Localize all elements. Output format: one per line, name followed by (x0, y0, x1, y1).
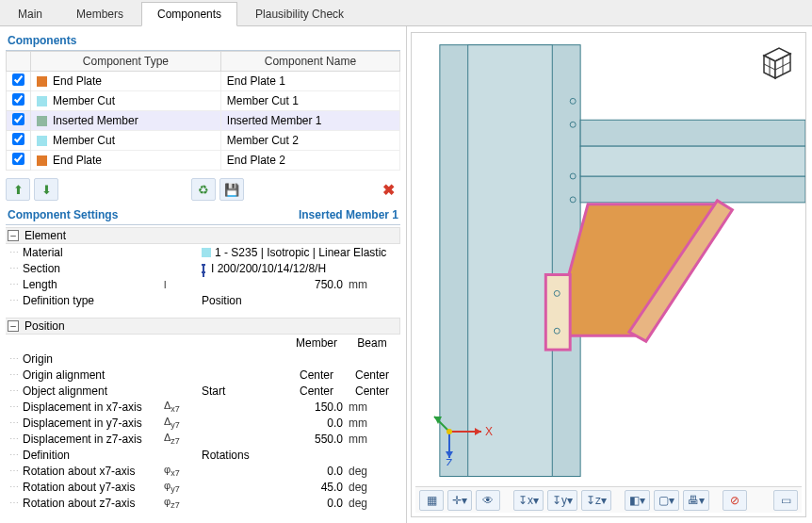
group-element[interactable]: – Element (6, 227, 400, 244)
prop-length[interactable]: ⋯ Length l 750.0 mm (6, 276, 400, 292)
view-shade-button[interactable]: ◧▾ (625, 490, 650, 511)
arrow-up-icon: ⬆ (13, 183, 24, 197)
row-check[interactable] (12, 74, 24, 86)
view-wire-button[interactable]: ▢▾ (654, 490, 679, 511)
color-swatch (37, 136, 47, 146)
print-icon: 🖶▾ (688, 494, 705, 507)
color-swatch (37, 155, 47, 166)
view-y-button[interactable]: ↧y▾ (547, 490, 577, 511)
prop-rot-x[interactable]: ⋯ Rotation about x7-axis φx7 0.0 deg (6, 463, 400, 479)
tab-main[interactable]: Main (2, 2, 58, 25)
prop-disp-y[interactable]: ⋯ Displacement in y7-axis Δy7 0.0 mm (6, 415, 400, 431)
row-name: End Plate 1 (220, 72, 399, 91)
table-row[interactable]: Member Cut Member Cut 2 (7, 131, 400, 151)
group-position[interactable]: – Position (6, 318, 400, 335)
svg-rect-10 (580, 176, 805, 203)
svg-rect-11 (580, 146, 805, 176)
cube-shade-icon: ◧▾ (629, 494, 645, 507)
position-subheader: Member Beam (6, 335, 400, 351)
components-toolbar: ⬆ ⬇ ♻ 💾 ✖ (6, 171, 400, 206)
row-name: Inserted Member 1 (220, 111, 399, 131)
prop-definition[interactable]: ⋯ Definition Rotations (6, 447, 400, 463)
prop-rot-z[interactable]: ⋯ Rotation about z7-axis φz7 0.0 deg (6, 495, 400, 511)
table-row[interactable]: End Plate End Plate 1 (7, 72, 400, 91)
collapse-icon[interactable]: – (8, 320, 19, 332)
settings-subject: Inserted Member 1 (299, 208, 398, 221)
row-check[interactable] (12, 113, 24, 125)
delete-button[interactable]: ✖ (376, 178, 400, 201)
maximize-icon: ▭ (781, 494, 791, 507)
viewport-toolbar: ▦ ✛▾ 👁 ↧x▾ ↧y▾ ↧z▾ ◧▾ ▢▾ 🖶▾ ⊘ ▭ (415, 486, 802, 513)
material-swatch-icon (202, 248, 211, 257)
table-row[interactable]: End Plate End Plate 2 (7, 151, 400, 171)
col-name[interactable]: Component Name (220, 52, 399, 72)
tab-members[interactable]: Members (60, 2, 139, 25)
color-swatch (37, 76, 47, 87)
table-row[interactable]: Member Cut Member Cut 1 (7, 91, 400, 111)
model-viewport[interactable]: X Z ▦ ✛▾ 👁 ↧x▾ ↧y▾ ↧z▾ ◧▾ ▢▾ 🖶▾ ⊘ ▭ (411, 32, 806, 517)
row-type: Member Cut (53, 134, 115, 147)
property-tree: – Element ⋯ Material 1 - S235 | Isotropi… (6, 227, 400, 511)
axis-z-icon: ↧z▾ (586, 494, 607, 507)
row-name: Member Cut 2 (220, 131, 399, 151)
settings-header: Component Settings Inserted Member 1 (6, 206, 400, 225)
prop-origin-alignment[interactable]: ⋯ Origin alignment Center Center (6, 367, 400, 383)
prop-origin[interactable]: ⋯ Origin (6, 351, 400, 367)
close-icon: ✖ (382, 181, 395, 199)
left-pane: Components Component Type Component Name… (0, 26, 407, 523)
save-button[interactable]: 💾 (219, 178, 244, 201)
group-label: Position (24, 319, 65, 333)
prop-disp-z[interactable]: ⋯ Displacement in z7-axis Δz7 550.0 mm (6, 431, 400, 447)
row-check[interactable] (12, 133, 24, 145)
prop-material[interactable]: ⋯ Material 1 - S235 | Isotropic | Linear… (6, 244, 400, 260)
cube-wire-icon: ▢▾ (658, 494, 674, 507)
row-name: Member Cut 1 (220, 91, 399, 111)
svg-rect-8 (468, 45, 553, 477)
prop-section[interactable]: ⋯ Section I 200/200/10/14/12/8/H (6, 260, 400, 276)
row-type: End Plate (53, 154, 102, 167)
row-type: Member Cut (53, 94, 115, 107)
view-cube-icon[interactable] (755, 42, 796, 84)
row-type: Inserted Member (53, 114, 138, 127)
move-up-button[interactable]: ⬆ (6, 178, 30, 201)
row-type: End Plate (53, 74, 102, 88)
row-name: End Plate 2 (220, 151, 399, 171)
prop-rot-y[interactable]: ⋯ Rotation about y7-axis φy7 45.0 deg (6, 479, 400, 495)
view-tool-1[interactable]: ▦ (419, 490, 444, 511)
prop-deftype[interactable]: ⋯ Definition type Position (6, 292, 400, 308)
view-x-button[interactable]: ↧x▾ (513, 490, 544, 511)
section-profile-icon (202, 264, 205, 273)
tab-plausibility[interactable]: Plausibility Check (239, 2, 360, 25)
table-row[interactable]: Inserted Member Inserted Member 1 (7, 111, 400, 131)
col-type[interactable]: Component Type (31, 52, 221, 72)
components-table: Component Type Component Name End Plate … (6, 51, 400, 171)
print-button[interactable]: 🖶▾ (683, 490, 709, 511)
settings-title: Component Settings (8, 208, 118, 221)
maximize-button[interactable]: ▭ (773, 490, 798, 511)
svg-rect-18 (545, 275, 570, 351)
color-swatch (37, 116, 47, 126)
group-label: Element (24, 229, 66, 242)
row-check[interactable] (12, 93, 24, 106)
view-tool-2[interactable]: ✛▾ (447, 490, 472, 511)
model-render (412, 33, 805, 516)
prop-object-alignment[interactable]: ⋯ Object alignment Start Center Center (6, 383, 400, 399)
move-down-button[interactable]: ⬇ (34, 178, 58, 201)
row-check[interactable] (12, 153, 24, 165)
tab-components[interactable]: Components (141, 2, 237, 26)
view-z-button[interactable]: ↧z▾ (581, 490, 611, 511)
axes-icon: ✛▾ (452, 494, 467, 507)
eye-icon: 👁 (482, 494, 494, 507)
arrow-down-icon: ⬇ (41, 183, 52, 197)
view-tool-3[interactable]: 👁 (476, 490, 500, 511)
svg-rect-9 (580, 120, 805, 146)
axis-y-icon: ↧y▾ (552, 494, 573, 507)
color-swatch (37, 96, 47, 106)
grid-icon: ▦ (427, 494, 437, 507)
collapse-icon[interactable]: – (8, 230, 19, 241)
view-reset-button[interactable]: ⊘ (723, 490, 747, 511)
prop-disp-x[interactable]: ⋯ Displacement in x7-axis Δx7 150.0 mm (6, 399, 400, 415)
refresh-icon: ♻ (198, 183, 209, 197)
reset-icon: ⊘ (730, 494, 739, 507)
refresh-button[interactable]: ♻ (191, 178, 216, 201)
